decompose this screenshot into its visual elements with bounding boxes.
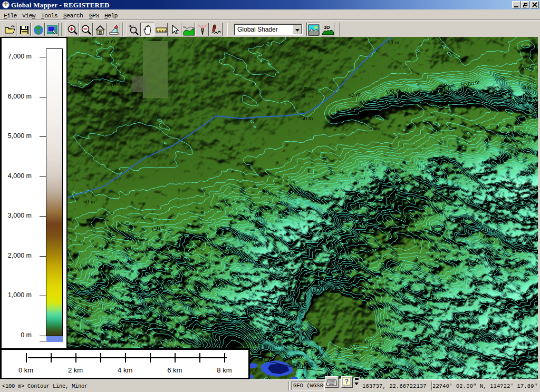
svg-text:3D: 3D — [324, 25, 330, 30]
svg-text:?: ? — [345, 378, 349, 386]
